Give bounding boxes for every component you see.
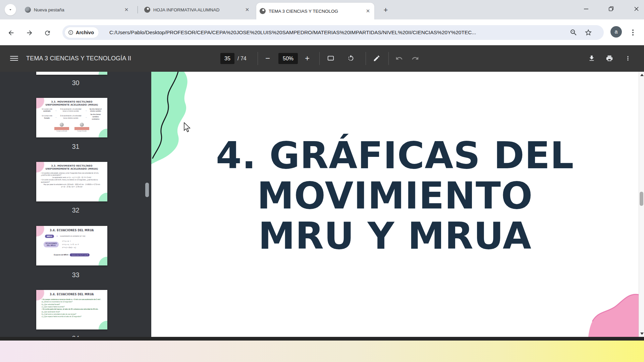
diagram-text: las dos tienen el mismo sentido <box>89 108 102 113</box>
address-bar[interactable]: Archivo C:/Users/Pablo/Desktop/PROFESOR/… <box>62 25 604 40</box>
thumbnail-label-32: 32 <box>0 206 151 214</box>
decorative-mint-corner <box>96 321 107 329</box>
tab-favicon <box>260 8 266 14</box>
title-line-2: MOVIMIENTO <box>151 176 639 216</box>
print-button[interactable] <box>603 52 616 65</box>
zoom-out-button[interactable]: − <box>261 52 274 65</box>
fit-page-icon <box>327 55 334 62</box>
pdf-scrollbar[interactable] <box>639 72 644 337</box>
rotate-icon <box>347 55 355 62</box>
tab-tema3-active[interactable]: TEMA 3 CIENCIAS Y TECNOLOG ✕ <box>256 3 374 19</box>
thumbnail-page-31[interactable]: 3.3. MOVIMIENTO RECTILÍNEO UNIFORMEMENTE… <box>36 98 107 137</box>
download-icon <box>588 55 595 62</box>
tab-favicon <box>144 7 150 13</box>
new-tab-button[interactable]: + <box>381 5 390 15</box>
page-number-input[interactable]: 35 <box>220 53 234 64</box>
url-text: C:/Users/Pablo/Desktop/PROFESOR/CEPA/CEP… <box>109 29 476 36</box>
toolbar-separator <box>366 52 366 65</box>
arrow-right-icon: → <box>54 116 57 119</box>
equations-pill: ECUACIONES <box>46 242 57 244</box>
window-close-button[interactable] <box>628 2 644 15</box>
redo-icon <box>412 55 419 62</box>
download-button[interactable] <box>585 52 598 65</box>
fit-page-button[interactable] <box>324 52 337 65</box>
slide-body-text: La aceleración será: a = (v − v₀) / t = … <box>41 177 103 179</box>
pen-icon <box>373 55 380 62</box>
thumbnail-page-32[interactable]: 3.3. MOVIMIENTO RECTILÍNEO UNIFORMEMENTE… <box>36 162 107 201</box>
ball-illustration <box>60 123 64 127</box>
slide-body-text: a = (0 − 27,8) / 10 = −2,78 m/s² <box>41 186 103 188</box>
slide-main-title: 4. GRÁFICAS DEL MOVIMIENTO MRU Y MRUA <box>151 135 639 256</box>
pdf-document-title: TEMA 3 CIENCIAS Y TECNOLOGÍA II <box>26 45 131 72</box>
thumbnail-page-34[interactable]: 3.4. ECUACIONES DEL MRUA • Un cuerpo com… <box>36 290 107 329</box>
rotate-button[interactable] <box>344 52 357 65</box>
diagram-text: las dos tienen sentidos contrarios <box>89 114 102 121</box>
slide-body-text: • Un cuerpo comienza a moverse desde v₀ … <box>42 298 102 301</box>
pink-blob-decoration <box>588 291 639 337</box>
equation-pill: x = x₀ + v₀ · t + ½ · a · t² <box>70 253 90 256</box>
close-icon <box>634 7 639 11</box>
scroll-up-arrow-icon[interactable] <box>640 74 644 76</box>
zoom-level-input[interactable]: 50% <box>278 53 298 64</box>
diagram-text: Un cuerpo está <box>42 115 52 117</box>
zoom-indicator-button[interactable] <box>570 28 578 37</box>
browser-menu-button[interactable] <box>628 27 638 38</box>
thumbnail-page-30-partial[interactable] <box>36 72 107 75</box>
pdf-menu-button[interactable] <box>10 54 18 62</box>
slide-body-text: c) ¿Qué espacio habrá recorrido? <box>42 306 102 308</box>
thumbnail-page-33[interactable]: 3.4. ECUACIONES DEL MRUA MRUA ➜ La acele… <box>36 226 107 265</box>
pdf-page-view[interactable]: 4. GRÁFICAS DEL MOVIMIENTO MRU Y MRUA <box>151 72 639 337</box>
back-button[interactable] <box>5 27 17 39</box>
decorative-mint-corner <box>96 129 107 137</box>
diagram-text: frenado <box>44 117 50 119</box>
tab-close-icon[interactable]: ✕ <box>244 7 250 13</box>
illustration-caption: Cuerpo acelerado <box>54 130 69 132</box>
file-scheme-chip[interactable]: Archivo <box>65 27 99 38</box>
window-restore-button[interactable] <box>603 2 619 15</box>
bookmark-button[interactable] <box>584 28 592 37</box>
tab-search-button[interactable] <box>5 4 16 15</box>
slide-title: 3.3. MOVIMIENTO RECTILÍNEO <box>36 165 107 168</box>
forward-icon <box>26 29 33 37</box>
thumbnail-label-34: 34 <box>0 335 151 337</box>
title-line-1: 4. GRÁFICAS DEL <box>151 135 639 176</box>
slide-body-text: c) ¿Qué espacio habrá recorrido al cabo … <box>42 315 102 318</box>
profile-avatar[interactable]: a <box>610 26 622 38</box>
window-minimize-button[interactable] <box>578 2 594 15</box>
sidebar-scrollbar-thumb[interactable] <box>145 183 149 197</box>
tab-hoja-informativa[interactable]: HOJA INFORMATIVA ALUMNAD ✕ <box>141 3 254 17</box>
pdf-more-options-button[interactable] <box>622 52 634 65</box>
slide-body-text: b) ¿Cuál será su velocidad al cabo de es… <box>42 313 102 315</box>
diagram-text: Si la aceleración y la velocidad tienen … <box>59 115 83 120</box>
forward-button[interactable] <box>23 27 36 39</box>
avatar-letter: a <box>615 29 618 35</box>
pdf-scrollbar-thumb[interactable] <box>640 192 643 206</box>
tab-nueva-pestana[interactable]: Nueva pestaña ✕ <box>21 3 133 17</box>
diagram-text: Si la aceleración y la velocidad tienen … <box>59 108 83 113</box>
tab-close-icon[interactable]: ✕ <box>365 8 371 14</box>
taskbar: Buscar <box>0 341 644 362</box>
redo-button[interactable] <box>409 52 422 65</box>
illustration-caption: Cuerpo frenado <box>74 130 89 132</box>
slide-body-text: • Un coche parte del reposo, al cabo de … <box>42 308 102 310</box>
page-number-value: 35 <box>224 56 230 62</box>
slide-title: 3.4. ECUACIONES DEL MRUA <box>36 229 107 232</box>
mouse-cursor <box>183 122 191 132</box>
title-line-3: MRU Y MRUA <box>151 216 639 256</box>
slide-title: UNIFORMEMENTE ACELERADO (MRUA) <box>36 104 107 107</box>
tab-title: HOJA INFORMATIVA ALUMNAD <box>153 7 244 12</box>
annotate-button[interactable] <box>370 52 383 65</box>
zoom-level-value: 50% <box>283 56 293 62</box>
zoom-in-button[interactable]: + <box>301 52 314 65</box>
arrow-right-icon: → <box>54 109 57 112</box>
tab-close-icon[interactable]: ✕ <box>123 7 129 13</box>
slide-title: 3.3. MOVIMIENTO RECTILÍNEO <box>36 101 107 104</box>
scroll-down-arrow-icon[interactable] <box>640 333 644 335</box>
decorative-pink-corner <box>36 98 45 111</box>
undo-icon <box>395 55 403 62</box>
undo-button[interactable] <box>393 52 406 65</box>
slide-body-text: La aceleración es constante (a = cte) <box>60 235 85 238</box>
reload-button[interactable] <box>41 27 53 39</box>
minus-icon: − <box>265 54 270 63</box>
url-text-container: C:/Users/Pablo/Desktop/PROFESOR/CEPA/CEP… <box>109 25 564 40</box>
